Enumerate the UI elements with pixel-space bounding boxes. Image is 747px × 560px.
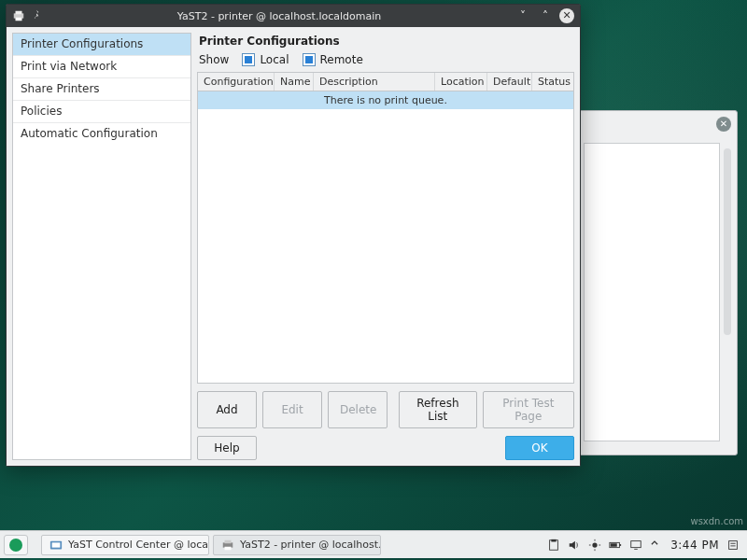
help-button[interactable]: Help [197, 436, 257, 460]
sidebar-item-label: Printer Configurations [21, 37, 143, 50]
sidebar: Printer Configurations Print via Network… [12, 33, 191, 460]
sidebar-item-printer-configurations[interactable]: Printer Configurations [13, 34, 190, 55]
network-icon[interactable] [629, 539, 642, 552]
sidebar-item-label: Share Printers [21, 82, 100, 95]
checkbox-label: Local [260, 53, 289, 66]
pin-icon[interactable] [31, 9, 44, 22]
minimize-button[interactable]: ˅ [514, 9, 531, 22]
svg-rect-16 [620, 544, 622, 546]
checkbox-icon [242, 53, 255, 66]
column-configuration[interactable]: Configuration [198, 73, 275, 91]
sidebar-item-print-via-network[interactable]: Print via Network [13, 55, 190, 77]
background-panel [584, 143, 720, 441]
action-row: Add Edit Delete Refresh List Print Test … [197, 391, 574, 428]
window-title: YaST2 - printer @ localhost.localdomain [49, 10, 509, 22]
show-label: Show [199, 53, 229, 66]
sidebar-item-automatic-configuration[interactable]: Automatic Configuration [13, 122, 190, 145]
taskbar-item-label: YaST Control Center @ localhost.lo… [68, 539, 209, 551]
printer-icon [221, 539, 234, 552]
yast-window: YaST2 - printer @ localhost.localdomain … [6, 4, 581, 467]
titlebar[interactable]: YaST2 - printer @ localhost.localdomain … [7, 5, 580, 27]
svg-rect-4 [52, 542, 61, 547]
table-header: Configuration Name Description Location … [198, 73, 573, 91]
printer-icon [12, 9, 25, 22]
watermark: wsxdn.com [690, 516, 743, 526]
dialog-row: Help OK [197, 436, 574, 460]
edit-button: Edit [262, 391, 322, 428]
printer-table: Configuration Name Description Location … [197, 72, 574, 384]
sidebar-item-label: Automatic Configuration [21, 127, 158, 140]
clipboard-icon[interactable] [547, 539, 560, 552]
maximize-button[interactable]: ˄ [537, 9, 554, 22]
column-default[interactable]: Default [487, 73, 532, 91]
refresh-button[interactable]: Refresh List [399, 391, 477, 428]
checkbox-label: Remote [320, 53, 363, 66]
sidebar-item-share-printers[interactable]: Share Printers [13, 77, 190, 100]
column-description[interactable]: Description [314, 73, 435, 91]
delete-button: Delete [328, 391, 388, 428]
print-test-page-button: Print Test Page [483, 391, 574, 428]
opensuse-logo-icon [9, 539, 22, 552]
empty-queue-message: There is no print queue. [198, 91, 573, 109]
svg-rect-9 [552, 539, 557, 541]
taskbar-item-yast-control-center[interactable]: YaST Control Center @ localhost.lo… [41, 535, 209, 555]
background-window: ✕ [570, 110, 738, 455]
taskbar-item-yast-printer[interactable]: YaST2 - printer @ localhost.localdo… [213, 535, 381, 555]
battery-icon[interactable] [609, 539, 622, 552]
column-location[interactable]: Location [435, 73, 487, 91]
svg-rect-20 [729, 540, 738, 549]
start-button[interactable] [4, 535, 28, 555]
svg-rect-1 [16, 11, 22, 15]
yast-icon [49, 539, 63, 552]
taskbar: YaST Control Center @ localhost.lo… YaST… [0, 530, 747, 558]
remote-checkbox[interactable]: Remote [303, 53, 363, 66]
scrollbar[interactable] [724, 148, 731, 335]
svg-rect-18 [631, 540, 641, 547]
notifications-icon[interactable] [726, 539, 740, 552]
window-client: Printer Configurations Print via Network… [7, 27, 580, 466]
column-name[interactable]: Name [275, 73, 314, 91]
local-checkbox[interactable]: Local [242, 53, 289, 66]
page-title: Printer Configurations [199, 35, 574, 48]
ok-button[interactable]: OK [505, 436, 574, 460]
filter-row: Show Local Remote [199, 53, 574, 66]
taskbar-item-label: YaST2 - printer @ localhost.localdo… [240, 539, 381, 551]
column-status[interactable]: Status [532, 73, 573, 91]
brightness-icon[interactable] [588, 539, 601, 552]
add-button[interactable]: Add [197, 391, 257, 428]
sidebar-item-policies[interactable]: Policies [13, 100, 190, 122]
close-icon[interactable]: ✕ [716, 117, 731, 132]
clock[interactable]: 3:44 PM [670, 539, 719, 552]
sidebar-item-label: Print via Network [21, 60, 117, 73]
checkbox-icon [303, 53, 316, 66]
sidebar-item-label: Policies [21, 105, 62, 118]
system-tray: 3:44 PM [547, 539, 743, 552]
tray-chevron-up-icon[interactable] [650, 539, 663, 552]
svg-rect-17 [611, 543, 617, 547]
svg-rect-6 [225, 539, 232, 543]
svg-rect-2 [16, 18, 22, 21]
close-button[interactable]: ✕ [559, 8, 574, 23]
svg-rect-7 [225, 546, 232, 550]
svg-point-10 [593, 542, 598, 547]
table-body[interactable] [198, 109, 573, 383]
main-panel: Printer Configurations Show Local Remote… [197, 33, 574, 460]
volume-icon[interactable] [568, 539, 581, 552]
